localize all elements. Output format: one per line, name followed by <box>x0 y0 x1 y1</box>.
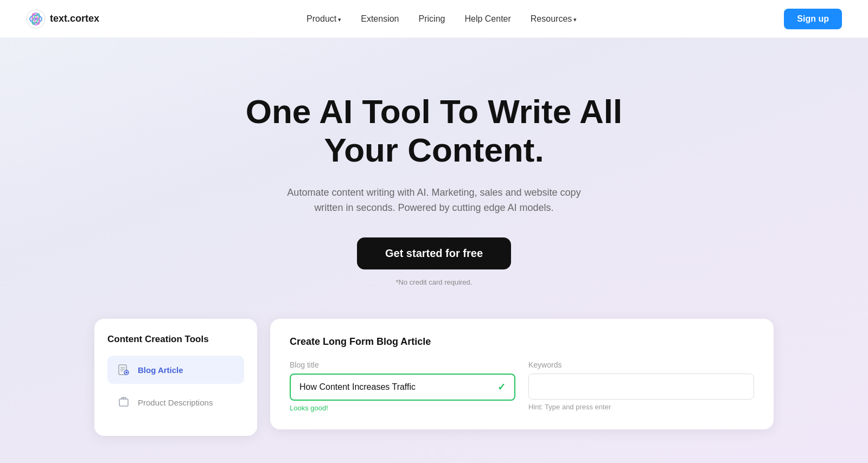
blog-title-label: Blog title <box>290 361 515 369</box>
blog-article-label: Blog Article <box>138 365 183 375</box>
looks-good-text: Looks good! <box>290 404 515 412</box>
tools-card-title: Content Creation Tools <box>107 334 244 345</box>
chevron-down-icon-2: ▾ <box>573 16 577 23</box>
keywords-hint: Hint: Type and press enter <box>528 403 754 411</box>
tool-item-blog-article[interactable]: Blog Article <box>107 356 244 384</box>
tool-item-product-descriptions[interactable]: Product Descriptions <box>107 388 244 416</box>
form-card-title: Create Long Form Blog Article <box>290 336 754 348</box>
blog-title-value: How Content Increases Traffic <box>299 382 497 392</box>
tools-card: Content Creation Tools Blog Article <box>94 319 257 436</box>
form-row: Blog title How Content Increases Traffic… <box>290 361 754 412</box>
svg-point-11 <box>125 371 127 374</box>
product-descriptions-label: Product Descriptions <box>138 398 213 407</box>
logo-icon <box>26 9 46 29</box>
svg-rect-12 <box>119 399 128 406</box>
chevron-down-icon: ▾ <box>338 16 341 23</box>
hero-title: One AI Tool To Write All Your Content. <box>244 92 624 170</box>
get-started-button[interactable]: Get started for free <box>357 237 511 269</box>
logo[interactable]: text.cortex <box>26 9 99 29</box>
nav-links: Product▾ Extension Pricing Help Center R… <box>307 14 577 24</box>
signup-button[interactable]: Sign up <box>784 9 842 29</box>
keywords-label: Keywords <box>528 361 754 369</box>
cards-row: Content Creation Tools Blog Article <box>81 319 787 436</box>
nav-item-resources[interactable]: Resources▾ <box>531 14 577 24</box>
keywords-group: Keywords Hint: Type and press enter <box>528 361 754 412</box>
blog-title-group: Blog title How Content Increases Traffic… <box>290 361 515 412</box>
product-descriptions-icon <box>116 395 131 410</box>
logo-text: text.cortex <box>50 13 99 24</box>
blog-title-input-wrapper[interactable]: How Content Increases Traffic ✓ <box>290 374 515 401</box>
form-card: Create Long Form Blog Article Blog title… <box>270 319 774 429</box>
keywords-input[interactable] <box>528 374 754 400</box>
nav-item-help[interactable]: Help Center <box>464 14 510 24</box>
nav-item-product[interactable]: Product▾ <box>307 14 341 24</box>
hero-section: One AI Tool To Write All Your Content. A… <box>0 38 868 463</box>
hero-note: *No credit card required. <box>396 278 473 286</box>
svg-point-5 <box>34 17 37 21</box>
nav-item-pricing[interactable]: Pricing <box>419 14 445 24</box>
navigation: text.cortex Product▾ Extension Pricing H… <box>0 0 868 38</box>
check-icon: ✓ <box>497 381 506 393</box>
hero-subtitle: Automate content writing with AI. Market… <box>282 185 586 216</box>
nav-item-extension[interactable]: Extension <box>361 14 399 24</box>
blog-article-icon <box>116 362 131 377</box>
